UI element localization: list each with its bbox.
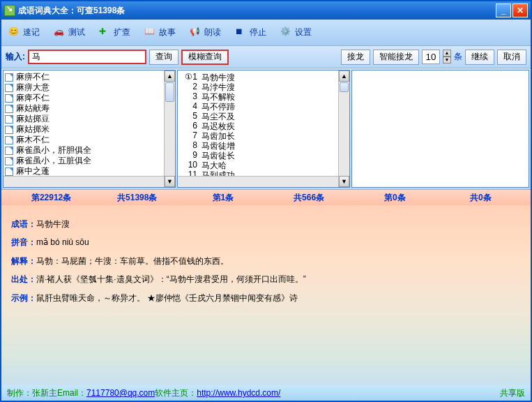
list-item[interactable]: 麻痹不仁 — [3, 72, 175, 82]
toolbar-story[interactable]: 📖故事 — [144, 27, 176, 39]
close-button[interactable]: ✕ — [512, 3, 528, 17]
count-spinner[interactable]: ▲▼ — [443, 50, 451, 64]
mid-pane: ①1马勃牛溲2马浡牛溲3马不解鞍4马不停蹄5马尘不及6马迟枚疾7马齿加长8马齿徒… — [177, 70, 350, 188]
list-item[interactable]: 麻木不仁 — [3, 135, 175, 145]
status-a: 第22912条 — [8, 192, 94, 204]
list-item-num: 8 — [181, 140, 197, 150]
window-title: 成语词典大全：可查51398条 — [18, 5, 496, 17]
author-value: 张新主 — [32, 387, 57, 399]
toolbar-test[interactable]: 🚗测试 — [54, 27, 85, 39]
detail-pane: 成语：马勃牛溲 拼音：mǎ bó niú sōu 解释：马勃：马屁菌；牛溲：车前… — [1, 205, 531, 385]
list-item-label: 马大哈 — [202, 160, 227, 170]
example-label: 示例： — [11, 293, 36, 303]
list-item[interactable]: 3马不解鞍 — [181, 91, 347, 101]
panes: 麻痹不仁麻痹大意麻痺不仁麻姑献寿麻姑掷豆麻姑掷米麻木不仁麻雀虽小，肝胆俱全麻雀虽… — [1, 68, 531, 190]
list-item-num: ①1 — [181, 72, 197, 82]
status-c: 第1条 — [180, 192, 266, 204]
left-pane: 麻痹不仁麻痹大意麻痺不仁麻姑献寿麻姑掷豆麻姑掷米麻木不仁麻雀虽小，肝胆俱全麻雀虽… — [3, 70, 176, 188]
doc-icon — [5, 157, 13, 165]
mid-hscrollbar[interactable] — [178, 176, 338, 187]
toolbar-settings[interactable]: ⚙️设置 — [280, 27, 312, 39]
list-item-num: 4 — [181, 101, 197, 111]
doc-icon — [5, 94, 13, 103]
list-item[interactable]: 9马齿徒长 — [181, 150, 347, 160]
smart-chain-button[interactable]: 智能接龙 — [373, 50, 419, 65]
status-b: 共51398条 — [94, 192, 180, 204]
input-bar: 输入: 查询 模糊查询 接龙 智能接龙 ▲▼ 条 继续 取消 — [1, 46, 531, 68]
list-item[interactable]: 4马不停蹄 — [181, 101, 347, 111]
list-item[interactable]: 麻雀虽小，肝胆俱全 — [3, 145, 175, 156]
list-item-label: 马勃牛溲 — [202, 72, 235, 82]
toolbar-quickmem[interactable]: 😊速记 — [8, 27, 40, 39]
titlebar[interactable]: 成语词典大全：可查51398条 _ ✕ — [1, 1, 531, 20]
doc-icon — [5, 168, 13, 176]
list-item[interactable]: 麻中之蓬 — [3, 166, 175, 177]
query-button[interactable]: 查询 — [149, 50, 178, 65]
input-label: 输入: — [6, 51, 25, 63]
list-item-label: 马齿徒增 — [202, 140, 235, 150]
source-label: 出处： — [11, 274, 36, 284]
left-hscrollbar[interactable] — [3, 176, 164, 187]
author-label: 制作： — [7, 387, 32, 399]
left-list[interactable]: 麻痹不仁麻痹大意麻痺不仁麻姑献寿麻姑掷豆麻姑掷米麻木不仁麻雀虽小，肝胆俱全麻雀虽… — [3, 70, 175, 188]
list-item-num: 6 — [181, 121, 197, 131]
list-item-label: 马尘不及 — [202, 111, 235, 121]
idiom-value: 马勃牛溲 — [36, 219, 70, 229]
list-item-label: 马迟枚疾 — [202, 121, 235, 131]
continue-button[interactable]: 继续 — [465, 50, 494, 65]
list-item[interactable]: 麻姑掷米 — [3, 124, 175, 135]
minimize-button[interactable]: _ — [496, 3, 511, 17]
app-window: 成语词典大全：可查51398条 _ ✕ 😊速记 🚗测试 ✚扩查 📖故事 📢朗读 … — [0, 0, 532, 402]
list-item[interactable]: 麻痹大意 — [3, 82, 175, 93]
pinyin-value: mǎ bó niú sōu — [36, 237, 89, 247]
status-f: 共0条 — [438, 192, 524, 204]
list-item[interactable]: 麻雀虽小，五脏俱全 — [3, 156, 175, 166]
explain-value: 马勃：马屁菌；牛溲：车前草。借指不值钱的东西。 — [36, 256, 229, 266]
list-item[interactable]: 5马尘不及 — [181, 111, 347, 121]
site-label: 软件主页： — [155, 387, 197, 399]
list-item-label: 马齿徒长 — [202, 150, 235, 160]
toolbar-expand[interactable]: ✚扩查 — [99, 27, 130, 39]
list-item[interactable]: 8马齿徒增 — [181, 140, 347, 150]
list-item-label: 马齿加长 — [202, 131, 235, 140]
chain-button[interactable]: 接龙 — [341, 50, 370, 65]
toolbar-stop[interactable]: ⏹停止 — [235, 27, 266, 39]
explain-label: 解释： — [11, 256, 36, 266]
left-scrollbar[interactable]: ▲▼ — [164, 70, 175, 187]
doc-icon — [5, 84, 13, 92]
list-item-num: 7 — [181, 131, 197, 140]
doc-icon — [5, 105, 13, 113]
mid-list[interactable]: ①1马勃牛溲2马浡牛溲3马不解鞍4马不停蹄5马尘不及6马迟枚疾7马齿加长8马齿徒… — [178, 70, 349, 181]
status-bar: 第22912条 共51398条 第1条 共566条 第0条 共0条 — [1, 190, 531, 205]
edition-label: 共享版 — [500, 387, 525, 399]
list-item[interactable]: 7马齿加长 — [181, 131, 347, 140]
mid-scrollbar[interactable]: ▲▼ — [338, 70, 349, 187]
doc-icon — [5, 115, 13, 124]
list-item[interactable]: 6马迟枚疾 — [181, 121, 347, 131]
list-item-num: 9 — [181, 150, 197, 160]
list-item[interactable]: ①1马勃牛溲 — [181, 72, 347, 82]
footer: 制作： 张新主 Email： 7117780@qq.com 软件主页： http… — [1, 385, 531, 401]
list-item[interactable]: 2马浡牛溲 — [181, 82, 347, 91]
list-item-label: 马不停蹄 — [202, 101, 235, 111]
list-item[interactable]: 麻姑掷豆 — [3, 114, 175, 124]
fuzzy-query-button[interactable]: 模糊查询 — [181, 50, 229, 65]
right-pane — [351, 70, 529, 188]
email-link[interactable]: 7117780@qq.com — [86, 388, 155, 398]
example-value: 鼠肝虫臂唯天命，～称异才。 ★廖仲恺《壬戌六月禁锢中闻变有感》诗 — [36, 293, 298, 303]
list-item[interactable]: 麻痺不仁 — [3, 93, 175, 103]
list-item[interactable]: 麻姑献寿 — [3, 103, 175, 114]
count-input[interactable] — [422, 50, 440, 64]
search-input[interactable] — [28, 50, 146, 64]
pinyin-label: 拼音： — [11, 237, 36, 247]
doc-icon — [5, 136, 13, 144]
list-item-num: 5 — [181, 111, 197, 121]
cancel-button[interactable]: 取消 — [497, 50, 526, 65]
toolbar-read[interactable]: 📢朗读 — [190, 27, 221, 39]
doc-icon — [5, 73, 13, 82]
list-item[interactable]: 10马大哈 — [181, 160, 347, 170]
site-link[interactable]: http://www.hydcd.com/ — [197, 388, 280, 398]
toolbar: 😊速记 🚗测试 ✚扩查 📖故事 📢朗读 ⏹停止 ⚙️设置 — [1, 20, 531, 46]
status-d: 共566条 — [266, 192, 352, 204]
list-item-label: 马不解鞍 — [202, 91, 235, 101]
